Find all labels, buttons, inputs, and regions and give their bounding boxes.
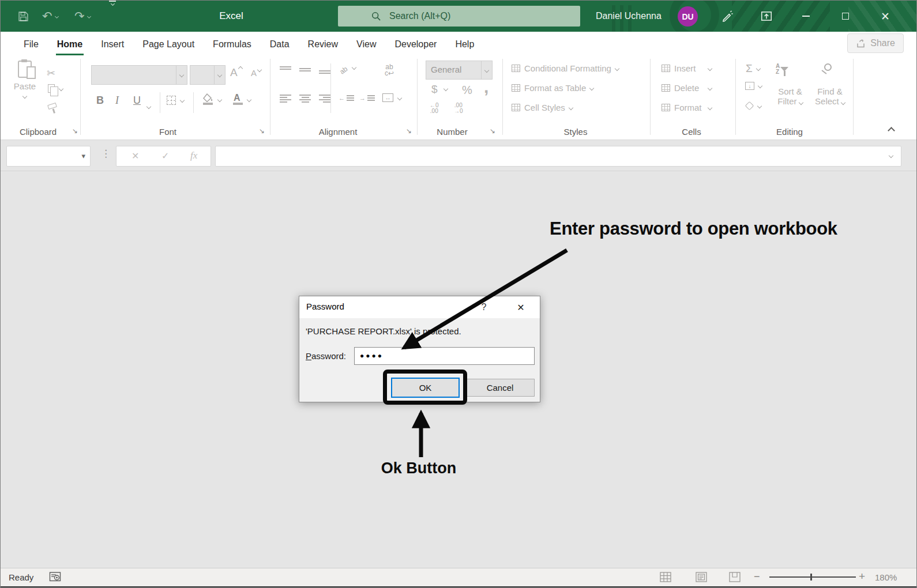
sort-filter-label[interactable]: Sort & Filter	[772, 86, 809, 106]
normal-view-button[interactable]	[660, 572, 671, 585]
customize-quick-access-toolbar-button[interactable]	[109, 1, 116, 32]
confirm-entry-icon[interactable]: ✓	[161, 150, 169, 161]
tab-formulas[interactable]: Formulas	[204, 32, 261, 56]
autosum-button[interactable]: Σ	[746, 62, 760, 75]
paste-button[interactable]: Paste	[10, 61, 40, 116]
wrap-text-button[interactable]: abc↩	[385, 64, 394, 77]
maximize-button[interactable]	[829, 1, 862, 32]
decrease-font-size-button[interactable]: A	[251, 68, 261, 78]
number-dialog-launcher[interactable]: ↘	[490, 127, 495, 135]
tab-view[interactable]: View	[347, 32, 385, 56]
underline-options-button[interactable]	[147, 100, 151, 111]
cell-styles-button[interactable]: Cell Styles	[512, 103, 573, 112]
decrease-decimal-button[interactable]: .00→0	[454, 103, 463, 114]
number-format-select[interactable]: General	[426, 61, 493, 80]
orientation-button[interactable]: ab	[340, 65, 356, 75]
comma-style-button[interactable]: ,	[484, 77, 488, 97]
tab-review[interactable]: Review	[299, 32, 347, 56]
delete-cells-button[interactable]: Delete	[662, 83, 712, 93]
font-size-select[interactable]	[190, 65, 226, 85]
save-button[interactable]	[18, 1, 29, 32]
redo-button[interactable]: ↷	[74, 1, 91, 32]
cancel-button[interactable]: Cancel	[465, 379, 535, 397]
underline-button[interactable]: U	[133, 95, 141, 107]
cut-button[interactable]: ✂	[47, 67, 55, 80]
align-center-button[interactable]	[299, 95, 311, 103]
format-painter-button[interactable]	[48, 104, 57, 108]
bottom-align-button[interactable]	[319, 70, 330, 74]
font-dialog-launcher[interactable]: ↘	[259, 127, 265, 135]
filter-funnel-icon	[780, 67, 788, 71]
drag-handle-icon[interactable]: ⋮	[101, 148, 111, 160]
page-break-preview-button[interactable]	[729, 572, 741, 585]
alignment-dialog-launcher[interactable]: ↘	[406, 127, 412, 135]
format-cells-button[interactable]: Format	[662, 103, 712, 112]
tab-data[interactable]: Data	[261, 32, 299, 56]
clear-button[interactable]	[746, 103, 761, 109]
insert-function-icon[interactable]: fx	[190, 150, 197, 161]
page-layout-view-button[interactable]	[696, 572, 707, 585]
fill-button[interactable]: ↓	[745, 82, 762, 90]
account-name[interactable]: Daniel Uchenna	[596, 1, 662, 32]
font-name-select[interactable]	[91, 65, 187, 85]
macro-record-button[interactable]	[49, 571, 62, 585]
button-label: Find &	[811, 86, 848, 96]
cancel-entry-icon[interactable]: ✕	[131, 150, 139, 161]
bold-button[interactable]: B	[96, 95, 104, 107]
ribbon-display-options-button[interactable]	[750, 1, 783, 32]
top-align-button[interactable]	[280, 66, 291, 70]
increase-decimal-button[interactable]: ←0.00	[430, 103, 439, 114]
dialog-help-button[interactable]: ?	[475, 299, 493, 316]
close-button[interactable]: ✕	[869, 1, 901, 32]
tab-help[interactable]: Help	[446, 32, 483, 56]
insert-cells-button[interactable]: Insert	[662, 63, 712, 73]
conditional-formatting-button[interactable]: Conditional Formatting	[512, 63, 619, 73]
copy-button[interactable]	[48, 84, 63, 93]
button-label: Format as Table	[524, 83, 586, 93]
name-box[interactable]: ▾	[6, 146, 91, 167]
clipboard-dialog-launcher[interactable]: ↘	[72, 127, 78, 135]
save-icon	[18, 11, 29, 22]
minimize-button[interactable]	[790, 1, 822, 32]
sort-filter-button[interactable]: AZ	[776, 63, 788, 75]
tab-file[interactable]: File	[14, 32, 48, 56]
tab-home[interactable]: Home	[48, 32, 92, 56]
avatar[interactable]: DU	[678, 6, 698, 27]
borders-button[interactable]	[167, 96, 184, 105]
increase-font-size-button[interactable]: A	[230, 66, 242, 79]
undo-button[interactable]: ↶	[42, 1, 58, 32]
tab-page-layout[interactable]: Page Layout	[133, 32, 204, 56]
find-select-button[interactable]	[824, 63, 832, 71]
ribbon-tab-row: File Home Insert Page Layout Formulas Da…	[1, 32, 917, 56]
zoom-slider-track[interactable]	[769, 576, 856, 578]
middle-align-button[interactable]	[299, 68, 311, 71]
align-right-button[interactable]	[319, 95, 330, 103]
expand-formula-bar-icon[interactable]	[889, 153, 893, 158]
font-color-button[interactable]: A	[234, 93, 240, 103]
password-input[interactable]: ●●●●	[354, 347, 535, 365]
zoom-level[interactable]: 180%	[875, 572, 897, 582]
percent-style-button[interactable]: %	[462, 84, 472, 97]
merge-center-button[interactable]: ↔	[382, 93, 401, 102]
format-as-table-button[interactable]: Format as Table	[512, 83, 593, 93]
zoom-slider-handle[interactable]	[810, 574, 812, 581]
dialog-close-button[interactable]: ✕	[508, 299, 533, 316]
search-input[interactable]: Search (Alt+Q)	[338, 6, 580, 27]
zoom-out-button[interactable]: −	[754, 571, 760, 583]
align-left-button[interactable]	[280, 95, 291, 103]
delete-cells-icon	[662, 84, 670, 92]
share-button[interactable]: Share	[847, 33, 904, 53]
zoom-in-button[interactable]: +	[859, 570, 865, 583]
collapse-ribbon-button[interactable]	[889, 128, 894, 133]
accounting-format-button[interactable]: $	[431, 83, 448, 96]
decrease-indent-button[interactable]: ←	[339, 95, 354, 101]
increase-indent-button[interactable]: →	[359, 95, 375, 101]
tab-developer[interactable]: Developer	[385, 32, 446, 56]
formula-input[interactable]	[215, 146, 901, 167]
tab-insert[interactable]: Insert	[92, 32, 133, 56]
fill-color-button[interactable]	[202, 93, 214, 104]
italic-button[interactable]: I	[115, 95, 119, 107]
chevron-down-icon	[352, 65, 356, 70]
find-select-label[interactable]: Find & Select	[811, 86, 848, 106]
whats-new-button[interactable]	[711, 1, 743, 32]
